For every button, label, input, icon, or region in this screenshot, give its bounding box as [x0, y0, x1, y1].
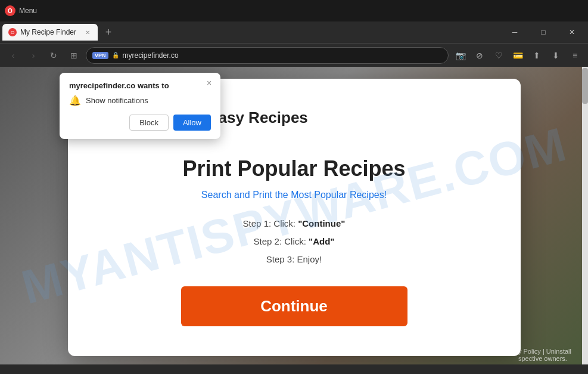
- share-icon[interactable]: ⬆: [528, 47, 545, 64]
- forward-button[interactable]: ›: [25, 47, 42, 64]
- page-area: × myrecipefinder.co wants to 🔔 Show noti…: [0, 67, 588, 364]
- popup-buttons: Block Allow: [69, 115, 211, 131]
- menu-label[interactable]: Menu: [19, 7, 37, 15]
- continue-button[interactable]: Continue: [181, 286, 407, 326]
- back-button[interactable]: ‹: [5, 47, 21, 64]
- notification-icon: 🔔: [69, 95, 81, 106]
- tab-favicon: O: [8, 28, 17, 36]
- step2-text: Step 2: Click: "Add": [92, 233, 497, 251]
- camera-icon[interactable]: 📷: [452, 47, 469, 64]
- step2-bold: "Add": [309, 236, 334, 246]
- card-subtitle: Search and Print the Most Popular Recipe…: [92, 190, 497, 200]
- window-controls: ─ □ ✕: [501, 21, 586, 43]
- toolbar-icons: 📷 ⊘ ♡ 💳 ⬆ ⬇ ≡: [452, 47, 583, 64]
- url-text: myrecipefinder.co: [123, 51, 442, 60]
- card-steps: Step 1: Click: "Continue" Step 2: Click:…: [92, 215, 497, 268]
- minimize-button[interactable]: ─: [501, 21, 528, 43]
- refresh-button[interactable]: ↻: [45, 47, 62, 64]
- wallet-icon[interactable]: 💳: [509, 47, 526, 64]
- scrollbar[interactable]: [582, 67, 588, 364]
- vpn-badge: VPN: [92, 52, 108, 59]
- tab-title: My Recipe Finder: [20, 28, 76, 36]
- download-icon[interactable]: ⬇: [547, 47, 564, 64]
- bottom-bar-text2: spective owners.: [518, 355, 567, 362]
- bottom-bar: y Policy | Uninstall spective owners.: [514, 345, 576, 364]
- bottom-bar-text: y Policy | Uninstall: [518, 348, 571, 355]
- shield-icon[interactable]: ⊘: [471, 47, 488, 64]
- allow-button[interactable]: Allow: [173, 115, 211, 131]
- scrollbar-thumb[interactable]: [582, 68, 588, 104]
- permission-text: Show notifications: [86, 96, 148, 105]
- popup-close-button[interactable]: ×: [204, 78, 214, 88]
- opera-logo: O: [5, 5, 15, 16]
- tab-close-button[interactable]: ✕: [83, 28, 92, 36]
- step3-text: Step 3: Enjoy!: [92, 251, 497, 268]
- close-button[interactable]: ✕: [558, 21, 586, 43]
- lock-icon: 🔒: [112, 52, 119, 58]
- address-bar: ‹ › ↻ ⊞ VPN 🔒 myrecipefinder.co 📷 ⊘ ♡ 💳 …: [0, 43, 588, 67]
- title-bar: O Menu: [0, 0, 588, 21]
- menu-icon[interactable]: ≡: [567, 47, 583, 64]
- address-field[interactable]: VPN 🔒 myrecipefinder.co: [86, 47, 449, 64]
- block-button[interactable]: Block: [129, 115, 169, 131]
- heart-icon[interactable]: ♡: [490, 47, 507, 64]
- step1-bold: "Continue": [298, 218, 345, 228]
- tab-bar: O My Recipe Finder ✕ + ─ □ ✕: [0, 21, 588, 43]
- popup-title: myrecipefinder.co wants to: [69, 81, 211, 90]
- step1-text: Step 1: Click: "Continue": [92, 215, 497, 233]
- extensions-button[interactable]: ⊞: [66, 47, 82, 64]
- card-title: Print Popular Recipes: [92, 156, 497, 181]
- popup-permission: 🔔 Show notifications: [69, 95, 211, 106]
- title-bar-left: O Menu: [5, 5, 37, 16]
- new-tab-button[interactable]: +: [100, 24, 117, 41]
- notification-popup: × myrecipefinder.co wants to 🔔 Show noti…: [60, 73, 220, 139]
- maximize-button[interactable]: □: [530, 21, 557, 43]
- active-tab[interactable]: O My Recipe Finder ✕: [2, 24, 98, 41]
